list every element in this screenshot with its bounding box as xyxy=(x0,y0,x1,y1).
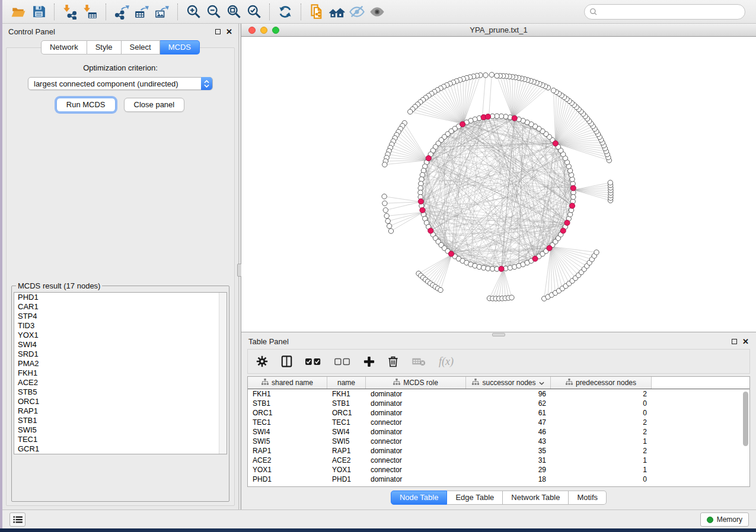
zoom-out-icon[interactable] xyxy=(203,3,224,21)
column-header-name[interactable]: name xyxy=(327,377,366,389)
zoom-selected-icon[interactable] xyxy=(244,3,264,21)
table-row[interactable]: PHD1PHD1dominator180 xyxy=(248,475,749,484)
graph-hub-node[interactable] xyxy=(420,207,425,213)
graph-node[interactable] xyxy=(382,201,387,206)
graph-hub-node[interactable] xyxy=(448,251,454,257)
mcds-result-item[interactable]: FKH1 xyxy=(14,368,227,378)
mcds-result-item[interactable]: TEC1 xyxy=(14,435,227,444)
mcds-result-item[interactable]: RAP1 xyxy=(14,406,227,416)
graph-node[interactable] xyxy=(382,194,387,198)
table-scrollbar[interactable] xyxy=(742,390,749,485)
graph-node[interactable] xyxy=(382,162,387,167)
graph-node[interactable] xyxy=(483,73,488,78)
close-panel-button[interactable]: Close panel xyxy=(124,98,185,112)
task-history-icon[interactable] xyxy=(9,512,25,527)
split-columns-icon[interactable] xyxy=(281,355,292,367)
table-row[interactable]: SWI5SWI5connector431 xyxy=(248,437,749,446)
close-window-icon[interactable] xyxy=(248,27,256,34)
graph-hub-node[interactable] xyxy=(569,203,575,209)
graph-hub-node[interactable] xyxy=(485,114,490,119)
graph-hub-node[interactable] xyxy=(460,121,465,127)
mcds-result-item[interactable]: PMA2 xyxy=(14,359,227,368)
mcds-result-item[interactable]: SRD1 xyxy=(14,350,227,359)
close-panel-icon[interactable]: ✕ xyxy=(226,29,232,34)
graph-node[interactable] xyxy=(384,213,389,218)
export-table-icon[interactable] xyxy=(132,3,152,21)
mcds-result-item[interactable]: SWI4 xyxy=(14,340,227,350)
memory-button[interactable]: Memory xyxy=(700,512,749,527)
deselect-all-icon[interactable] xyxy=(334,358,350,366)
open-file-icon[interactable] xyxy=(8,3,28,21)
graph-node[interactable] xyxy=(408,109,413,114)
graph-hub-node[interactable] xyxy=(532,256,538,261)
mcds-result-item[interactable]: ACE2 xyxy=(14,378,227,387)
tab-mcds[interactable]: MCDS xyxy=(160,40,200,55)
mcds-result-item[interactable]: STB5 xyxy=(14,387,227,397)
search-input[interactable] xyxy=(584,4,745,20)
graph-hub-node[interactable] xyxy=(428,228,433,233)
gear-icon[interactable] xyxy=(256,355,268,367)
mcds-result-item[interactable]: ORC1 xyxy=(14,397,227,406)
graph-node[interactable] xyxy=(551,88,556,92)
graph-node[interactable] xyxy=(495,73,499,78)
zoom-fit-icon[interactable] xyxy=(224,3,244,21)
delete-row-icon[interactable] xyxy=(388,355,398,367)
optimization-criterion-select[interactable]: largest connected component (undirected) xyxy=(28,77,213,90)
graph-hub-node[interactable] xyxy=(499,266,504,271)
graph-node[interactable] xyxy=(509,295,514,300)
table-row[interactable]: ORC1ORC1dominator610 xyxy=(248,408,749,418)
show-all-icon[interactable] xyxy=(367,3,387,21)
clone-network-icon[interactable] xyxy=(307,3,327,21)
hide-selected-icon[interactable] xyxy=(347,3,367,21)
export-image-icon[interactable] xyxy=(152,3,172,21)
graph-hub-node[interactable] xyxy=(560,228,566,233)
import-network-icon[interactable] xyxy=(60,3,80,21)
table-row[interactable]: STB1STB1dominator620 xyxy=(248,399,749,408)
maximize-window-icon[interactable] xyxy=(272,27,279,34)
table-row[interactable]: FKH1FKH1dominator962 xyxy=(248,389,749,399)
tab-node-table[interactable]: Node Table xyxy=(391,491,448,505)
table-row[interactable]: TEC1TEC1connector472 xyxy=(248,418,749,427)
import-table-icon[interactable] xyxy=(80,3,100,21)
mcds-result-item[interactable]: YOX1 xyxy=(14,331,227,340)
tab-edge-table[interactable]: Edge Table xyxy=(447,491,503,505)
mcds-result-item[interactable]: TID3 xyxy=(14,321,227,331)
graph-node[interactable] xyxy=(385,219,390,223)
tab-style[interactable]: Style xyxy=(87,40,122,55)
export-network-icon[interactable] xyxy=(111,3,132,21)
column-header-successor-nodes[interactable]: successor nodes xyxy=(466,377,551,389)
graph-node[interactable] xyxy=(387,223,391,228)
graph-node[interactable] xyxy=(438,287,443,292)
graph-node[interactable] xyxy=(383,208,388,213)
table-row[interactable]: YOX1YOX1connector291 xyxy=(248,465,749,475)
mcds-result-item[interactable]: STB1 xyxy=(14,416,227,425)
graph-hub-node[interactable] xyxy=(564,220,570,225)
graph-node[interactable] xyxy=(594,250,599,255)
table-row[interactable]: SWI4SWI4dominator462 xyxy=(248,427,749,437)
first-neighbors-icon[interactable] xyxy=(327,3,347,21)
graph-hub-node[interactable] xyxy=(512,116,517,121)
mcds-result-item[interactable]: GCR1 xyxy=(14,444,227,454)
tab-network[interactable]: Network xyxy=(41,40,87,55)
column-header-MCDS-role[interactable]: MCDS role xyxy=(366,377,466,389)
float-panel-icon[interactable] xyxy=(215,29,221,34)
graph-hub-node[interactable] xyxy=(418,198,423,204)
mcds-result-item[interactable]: CAR1 xyxy=(14,302,227,312)
graph-hub-node[interactable] xyxy=(426,156,431,161)
column-header-shared-name[interactable]: shared name xyxy=(248,377,327,389)
mcds-result-item[interactable]: STP4 xyxy=(14,312,227,321)
table-row[interactable]: ACE2ACE2connector311 xyxy=(248,456,749,465)
table-row[interactable]: RAP1RAP1dominator352 xyxy=(248,446,749,456)
tab-network-table[interactable]: Network Table xyxy=(503,491,569,505)
float-table-panel-icon[interactable] xyxy=(732,339,737,344)
select-all-icon[interactable] xyxy=(305,358,321,366)
zoom-in-icon[interactable] xyxy=(183,3,203,21)
close-table-panel-icon[interactable]: ✕ xyxy=(742,339,749,344)
save-session-icon[interactable] xyxy=(28,3,49,21)
minimize-window-icon[interactable] xyxy=(260,27,267,34)
table-scrollbar-thumb[interactable] xyxy=(743,392,748,446)
graph-hub-node[interactable] xyxy=(570,185,576,191)
graph-node[interactable] xyxy=(571,194,576,199)
graph-node[interactable] xyxy=(489,72,494,77)
network-graph[interactable] xyxy=(241,37,756,332)
